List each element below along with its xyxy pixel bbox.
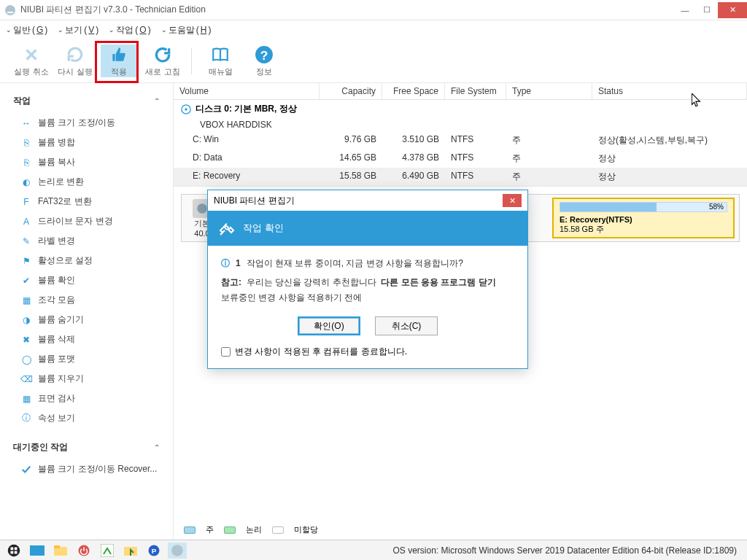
col-type[interactable]: Type (506, 83, 592, 99)
col-capacity[interactable]: Capacity (320, 83, 382, 99)
task-icon: ⚑ (20, 255, 32, 267)
svg-point-6 (185, 108, 187, 111)
task-icon: ◑ (20, 314, 32, 326)
close-button[interactable]: ✕ (718, 2, 747, 18)
sidebar-task-item[interactable]: ↔볼륨 크기 조정/이동 (0, 113, 173, 133)
niubi-icon[interactable] (168, 542, 187, 559)
task-icon: F (20, 196, 32, 208)
sidebar-task-item[interactable]: A드라이브 문자 변경 (0, 211, 173, 231)
col-volume[interactable]: Volume (174, 83, 320, 99)
taskview-icon[interactable] (28, 542, 47, 559)
task-icon: ◯ (20, 354, 32, 365)
svg-point-0 (5, 5, 15, 15)
disk-icon (181, 104, 191, 114)
dialog-ok-button[interactable]: 확인(O) (298, 316, 360, 335)
sidebar-task-item[interactable]: FFAT32로 변환 (0, 192, 173, 211)
svg-rect-1 (7, 12, 13, 13)
menu-general[interactable]: ⌄일반(G) (6, 24, 47, 36)
sidebar-task-item[interactable]: ⌫볼륨 지우기 (0, 369, 173, 389)
sidebar-task-item[interactable]: ▦조각 모음 (0, 290, 173, 310)
minimize-button[interactable]: — (674, 2, 696, 18)
app2-icon[interactable] (121, 542, 140, 559)
os-version-text: OS version: Microsoft Windows Server 201… (392, 545, 747, 556)
start-icon[interactable] (4, 542, 23, 559)
manual-button[interactable]: 매뉴얼 (202, 44, 239, 77)
menu-help[interactable]: ⌄도움말(H) (161, 24, 212, 36)
explorer-icon[interactable] (51, 542, 70, 559)
chevron-up-icon: ⌃ (154, 97, 160, 105)
info-button[interactable]: ? 정보 (246, 44, 282, 77)
shutdown-checkbox[interactable] (221, 347, 231, 357)
col-free[interactable]: Free Space (382, 83, 445, 99)
sidebar-task-item[interactable]: ✔볼륨 확인 (0, 271, 173, 290)
task-icon: ✖ (20, 334, 32, 346)
app1-icon[interactable] (98, 542, 117, 559)
sidebar-task-item[interactable]: ▦표면 검사 (0, 389, 173, 408)
power-icon[interactable] (74, 542, 93, 559)
disk-model: VBOX HARDDISK (174, 117, 747, 131)
title-bar: NIUBI 파티션 편집기 v7.3.0 - Technician Editio… (0, 0, 747, 20)
sidebar-task-item[interactable]: ◯볼륨 포맷 (0, 349, 173, 369)
sidebar-task-item[interactable]: ⎘볼륨 복사 (0, 152, 173, 172)
refresh-icon (152, 44, 173, 65)
svg-rect-9 (11, 547, 14, 550)
tools-icon (218, 219, 236, 237)
disk-map-selected-partition[interactable]: 58% E: Recovery(NTFS) 15.58 GB 주 (552, 198, 735, 238)
thumbs-up-icon (109, 44, 129, 65)
task-icon: ⓘ (20, 413, 32, 424)
dialog-banner: 작업 확인 (208, 211, 527, 246)
sidebar-task-item[interactable]: ◐논리로 변환 (0, 172, 173, 192)
col-filesystem[interactable]: File System (445, 83, 506, 99)
legend: 주 논리 미할당 (184, 524, 318, 535)
volume-row[interactable]: E: Recovery15.58 GB6.490 GBNTFS주정상 (174, 168, 747, 186)
sidebar-task-item[interactable]: ✎라벨 변경 (0, 231, 173, 251)
svg-text:P: P (152, 546, 157, 554)
dialog-title: NIUBI 파티션 편집기 (214, 195, 295, 207)
svg-rect-13 (30, 545, 44, 556)
sidebar-task-item[interactable]: ⓘ속성 보기 (0, 408, 173, 428)
undo-button[interactable]: 실행 취소 (13, 44, 50, 77)
window-controls: — ☐ ✕ (674, 2, 747, 18)
sidebar-task-item[interactable]: ◑볼륨 숨기기 (0, 310, 173, 330)
menu-view[interactable]: ⌄보기(V) (58, 24, 98, 36)
toolbar: 실행 취소 다시 실행 적용 새로 고침 매뉴얼 ? 정보 (0, 39, 747, 83)
sidebar-task-item[interactable]: ✖볼륨 삭제 (0, 330, 173, 349)
refresh-button[interactable]: 새로 고침 (144, 44, 181, 77)
chevron-up-icon: ⌃ (154, 443, 160, 451)
app3-icon[interactable]: P (144, 542, 163, 559)
sidebar-tasks-header[interactable]: 작업 ⌃ (0, 89, 173, 113)
task-icon: ▦ (20, 295, 32, 306)
dialog-close-button[interactable]: ✕ (503, 194, 522, 207)
undo-icon (21, 44, 42, 65)
task-icon: ▦ (20, 393, 32, 405)
sidebar-task-item[interactable]: ⎘볼륨 병합 (0, 133, 173, 152)
volume-row[interactable]: C: Win9.76 GB3.510 GBNTFS주정상(활성,시스템,부팅,복… (174, 131, 747, 149)
menu-bar: ⌄일반(G) ⌄보기(V) ⌄작업(O) ⌄도움말(H) (0, 20, 747, 39)
svg-point-7 (197, 203, 207, 214)
dialog-body: ⓘ 1 작업이 현재 보류 중이며, 지금 변경 사항을 적용합니까? 참고: … (208, 246, 527, 312)
taskbar-icons: P (0, 542, 187, 559)
svg-rect-10 (15, 547, 18, 550)
confirm-dialog: NIUBI 파티션 편집기 ✕ 작업 확인 ⓘ 1 작업이 현재 보류 중이며,… (207, 190, 528, 369)
menu-task[interactable]: ⌄작업(O) (109, 24, 150, 36)
dialog-cancel-button[interactable]: 취소(C) (375, 316, 438, 335)
maximize-button[interactable]: ☐ (696, 2, 718, 18)
disk-group-header[interactable]: 디스크 0: 기본 MBR, 정상 (174, 100, 747, 117)
sidebar-pending-header[interactable]: 대기중인 작업 ⌃ (0, 435, 173, 459)
pending-task-item[interactable]: 볼륨 크기 조정/이동 Recover... (0, 459, 173, 479)
usage-bar: 58% (560, 202, 727, 212)
task-icon: ↔ (20, 117, 32, 129)
svg-rect-11 (11, 551, 14, 553)
col-status[interactable]: Status (592, 83, 747, 99)
task-icon: ⌫ (20, 373, 32, 385)
volume-row[interactable]: D: Data14.65 GB4.378 GBNTFS주정상 (174, 149, 747, 168)
window-title: NIUBI 파티션 편집기 v7.3.0 - Technician Editio… (20, 4, 206, 16)
apply-button[interactable]: 적용 (101, 44, 137, 77)
task-icon: ⎘ (20, 137, 32, 149)
table-header: Volume Capacity Free Space File System T… (174, 83, 747, 100)
redo-button[interactable]: 다시 실행 (57, 44, 93, 77)
app-icon (4, 4, 16, 16)
sidebar-task-item[interactable]: ⚑활성으로 설정 (0, 251, 173, 271)
task-icon: ⎘ (20, 157, 32, 168)
svg-text:?: ? (260, 48, 268, 63)
